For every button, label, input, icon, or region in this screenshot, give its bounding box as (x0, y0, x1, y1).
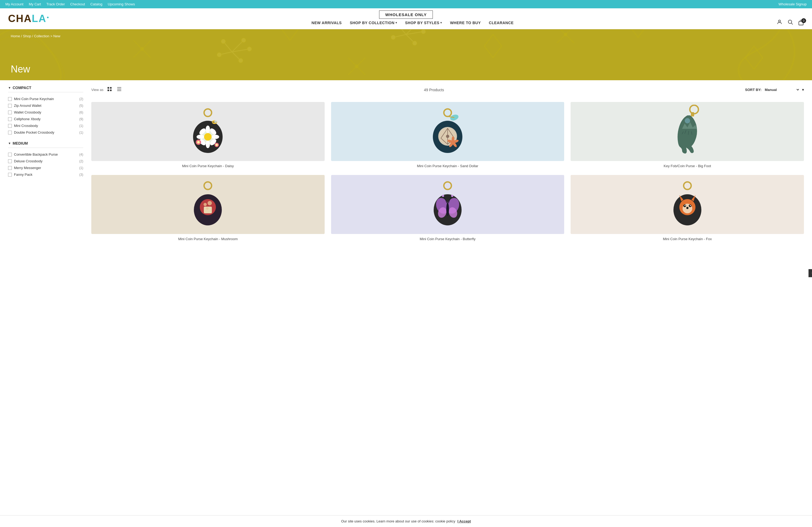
svg-point-107 (686, 207, 688, 209)
top-bar-wholesale-signup[interactable]: Wholesale Signup (779, 2, 807, 6)
filter-checkbox-wallet-crossbody[interactable] (8, 110, 12, 114)
filter-checkbox-mini-crossbody[interactable] (8, 124, 12, 128)
grid-view-button[interactable] (106, 86, 113, 94)
product-card[interactable]: Mini Coin Purse Keychain - Sand Dollar (331, 102, 564, 168)
svg-rect-75 (691, 112, 694, 117)
filter-checkbox-cellphone[interactable] (8, 117, 12, 121)
filter-item: Zip Around Wallet (5) (8, 102, 83, 109)
svg-point-87 (206, 207, 209, 210)
account-icon[interactable] (777, 19, 782, 26)
product-card[interactable]: Mini Coin Purse Keychain - Daisy (91, 102, 325, 168)
top-bar-my-cart[interactable]: My Cart (29, 2, 41, 6)
svg-marker-25 (484, 34, 502, 57)
svg-point-23 (391, 35, 395, 40)
svg-point-57 (444, 109, 451, 117)
hero-pattern (0, 29, 812, 80)
svg-point-11 (221, 39, 226, 44)
product-card[interactable]: Mini Coin Purse Keychain - Mushroom (91, 175, 325, 241)
svg-point-96 (451, 195, 453, 197)
svg-point-97 (684, 182, 691, 190)
filter-label: Mini Crossbody (14, 124, 38, 128)
product-name: Mini Coin Purse Keychain - Mushroom (91, 237, 325, 241)
product-image-wrapper (331, 175, 564, 234)
svg-point-41 (204, 133, 212, 140)
cart-icon-wrapper[interactable]: 0 (798, 20, 804, 26)
filter-label: Merry Messenger (14, 166, 41, 170)
filter-section-compact: ▼ COMPACT Mini Coin Purse Keychain (2) Z… (8, 86, 83, 136)
product-card[interactable]: Key Fob/Coin Purse - Big Foot (570, 102, 804, 168)
view-as-control: View as (91, 86, 123, 94)
nav-new-arrivals[interactable]: NEW ARRIVALS (311, 21, 342, 25)
top-bar-catalog[interactable]: Catalog (90, 2, 102, 6)
product-image (427, 107, 468, 156)
sort-by-control: SORT BY: Manual Price: Low to High Price… (745, 88, 804, 92)
breadcrumb: Home / Shop / Collection > New (11, 34, 60, 38)
toolbar: View as 49 Products SORT B (91, 86, 804, 96)
shop-container: ▼ COMPACT Mini Coin Purse Keychain (2) Z… (0, 80, 812, 247)
nav-where-to-buy[interactable]: WHERE TO BUY (450, 21, 481, 25)
product-image (667, 180, 708, 229)
svg-point-29 (355, 65, 359, 68)
filter-label: Mini Coin Purse Keychain (14, 97, 54, 101)
top-bar-checkout[interactable]: Checkout (70, 2, 85, 6)
filter-item: Double Pocket Crossbody (1) (8, 129, 83, 136)
product-count: 49 Products (424, 88, 444, 92)
svg-point-44 (197, 135, 204, 139)
filter-label: Zip Around Wallet (14, 104, 41, 108)
top-bar-my-account[interactable]: My Account (5, 2, 23, 6)
filter-expand-arrow: ▼ (8, 86, 11, 89)
svg-rect-36 (117, 89, 121, 89)
filter-checkbox-zip[interactable] (8, 104, 12, 108)
logo-dot (47, 17, 48, 18)
top-bar-links: My Account My Cart Track Order Checkout … (5, 2, 135, 6)
filter-item: Fanny Pack (3) (8, 171, 83, 178)
nav-shop-by-collection[interactable]: SHOP BY COLLECTION ▾ (350, 21, 397, 25)
product-name: Mini Coin Purse Keychain - Fox (570, 237, 804, 241)
sidebar: ▼ COMPACT Mini Coin Purse Keychain (2) Z… (8, 86, 83, 241)
logo[interactable]: CHALA (8, 13, 48, 25)
filter-label: Cellphone Xbody (14, 117, 41, 121)
search-icon[interactable] (787, 19, 793, 26)
svg-point-0 (779, 20, 780, 22)
svg-point-17 (421, 29, 425, 34)
filter-checkbox-deluxe[interactable] (8, 160, 12, 163)
svg-point-19 (412, 41, 417, 45)
filter-item: Mini Crossbody (1) (8, 122, 83, 129)
filter-label: Fanny Pack (14, 172, 32, 177)
filter-count: (1) (79, 124, 83, 128)
filter-item: Merry Messenger (1) (8, 165, 83, 171)
filter-count: (5) (79, 104, 83, 108)
view-as-label: View as (91, 88, 103, 92)
filter-checkbox-fanny[interactable] (8, 173, 12, 177)
svg-point-30 (564, 33, 567, 36)
filter-section-medium-title[interactable]: ▼ MEDIUM (8, 141, 83, 148)
sort-select[interactable]: Manual Price: Low to High Price: High to… (764, 88, 800, 92)
svg-point-106 (690, 205, 691, 206)
product-card[interactable]: Mini Coin Purse Keychain - Fox (570, 175, 804, 241)
filter-checkbox-merry[interactable] (8, 166, 12, 170)
nav-clearance[interactable]: CLEARANCE (489, 21, 514, 25)
top-bar-track-order[interactable]: Track Order (46, 2, 65, 6)
top-bar-upcoming-shows[interactable]: Upcoming Shows (108, 2, 135, 6)
filter-checkbox-mini-coin[interactable] (8, 97, 12, 101)
filter-checkbox-convertible[interactable] (8, 153, 12, 156)
sort-by-label: SORT BY: (745, 88, 762, 92)
svg-point-42 (206, 125, 210, 133)
filter-count: (2) (79, 160, 83, 163)
nav-shop-by-styles[interactable]: SHOP BY STYLES ▾ (405, 21, 442, 25)
svg-marker-26 (629, 29, 647, 37)
sort-chevron-icon: ▾ (802, 88, 804, 92)
filter-count: (4) (79, 153, 83, 156)
list-view-button[interactable] (116, 86, 123, 94)
cart-badge: 0 (801, 18, 806, 23)
product-image (667, 105, 708, 158)
filter-checkbox-double-pocket[interactable] (8, 131, 12, 134)
filter-label: Double Pocket Crossbody (14, 131, 54, 134)
svg-point-38 (204, 109, 212, 117)
hero-banner: Home / Shop / Collection > New New (0, 29, 812, 80)
wholesale-banner: WHOLESALE ONLY (379, 11, 433, 19)
product-card[interactable]: Mini Coin Purse Keychain - Butterfly (331, 175, 564, 241)
product-image-wrapper (570, 102, 804, 161)
filter-section-compact-title[interactable]: ▼ COMPACT (8, 86, 83, 92)
filter-item: Deluxe Crossbody (2) (8, 158, 83, 165)
